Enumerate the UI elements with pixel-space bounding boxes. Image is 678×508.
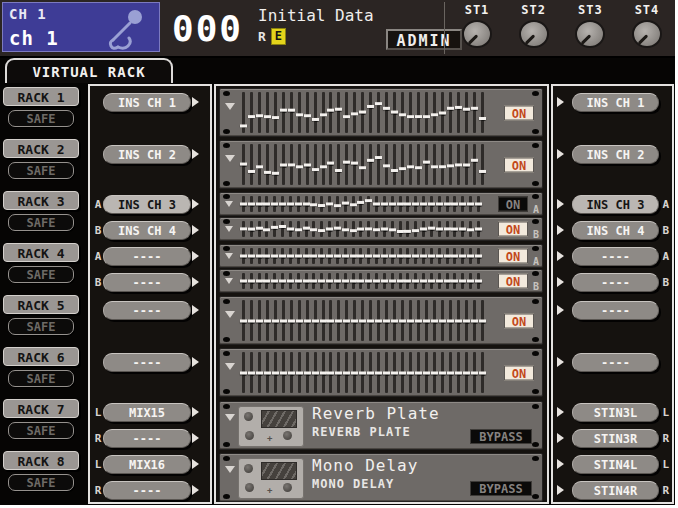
st1-knob[interactable] (462, 20, 492, 48)
selected-channel-box[interactable]: CH 1 ch 1 (2, 2, 160, 52)
rack-label-button[interactable]: RACK 1 (3, 87, 79, 106)
input-patch-button-6[interactable]: ---- (103, 353, 191, 372)
st3-knob[interactable] (575, 20, 605, 48)
input-patch-button-2[interactable]: INS CH 2 (103, 145, 191, 164)
rack-label-button[interactable]: RACK 2 (3, 139, 79, 158)
geq-fader-cap (264, 371, 271, 374)
geq-band-slot (297, 273, 300, 289)
output-patch-button-7[interactable]: STIN3L (572, 403, 659, 422)
output-patch-button-3[interactable]: INS CH 3 (572, 195, 659, 214)
geq-on-button[interactable]: ON (498, 274, 528, 289)
rack-label-button[interactable]: RACK 3 (3, 191, 79, 210)
output-patch-button-1[interactable]: INS CH 1 (572, 93, 659, 112)
geq-band-slot (461, 221, 464, 237)
rack-label-button[interactable]: RACK 7 (3, 399, 79, 418)
geq-band-slot (409, 300, 412, 341)
input-patch-button-3[interactable]: INS CH 3 (103, 195, 191, 214)
open-unit-arrow-icon[interactable] (225, 278, 233, 284)
open-unit-arrow-icon[interactable] (225, 253, 233, 259)
geq-fader-cap (351, 319, 358, 322)
geq-on-button[interactable]: ON (504, 157, 534, 172)
st1-label: ST1 (452, 3, 502, 17)
geq-unit[interactable]: ON (219, 140, 543, 189)
geq-unit[interactable]: ON (219, 296, 543, 345)
safe-button[interactable]: SAFE (8, 110, 74, 127)
geq-fader-strip (242, 248, 480, 264)
geq-unit-half[interactable]: ONA (219, 192, 543, 216)
effect-bypass-button[interactable]: BYPASS (470, 481, 532, 496)
rack-label-button[interactable]: RACK 6 (3, 347, 79, 366)
effect-unit[interactable]: +Reverb PlateREVERB PLATEBYPASS (219, 401, 543, 450)
input-patch-button-4[interactable]: ---- (103, 273, 191, 292)
tab-virtual-rack[interactable]: VIRTUAL RACK (5, 58, 173, 83)
output-patch-button-3[interactable]: INS CH 4 (572, 221, 659, 240)
safe-button[interactable]: SAFE (8, 162, 74, 179)
input-patch-button-3[interactable]: INS CH 4 (103, 221, 191, 240)
safe-button[interactable]: SAFE (8, 266, 74, 283)
st3-label: ST3 (565, 3, 615, 17)
input-patch-button-8[interactable]: MIX16 (103, 455, 191, 474)
geq-band-slot (457, 300, 460, 341)
screw-icon (223, 337, 230, 342)
st2-knob[interactable] (519, 20, 549, 48)
output-patch-button-8[interactable]: STIN4R (572, 481, 659, 500)
geq-on-button[interactable]: ON (498, 197, 528, 212)
effect-unit[interactable]: +Mono DelayMONO DELAYBYPASS (219, 453, 543, 502)
input-patch-button-7[interactable]: MIX15 (103, 403, 191, 422)
safe-button[interactable]: SAFE (8, 422, 74, 439)
rack-label-button[interactable]: RACK 5 (3, 295, 79, 314)
open-unit-arrow-icon[interactable] (225, 414, 235, 421)
geq-on-button[interactable]: ON (504, 105, 534, 120)
output-patch-button-4[interactable]: ---- (572, 273, 659, 292)
safe-button[interactable]: SAFE (8, 318, 74, 335)
input-patch-button-5[interactable]: ---- (103, 301, 191, 320)
geq-on-button[interactable]: ON (498, 222, 528, 237)
geq-fader-cap (240, 371, 247, 374)
input-patch-button-8[interactable]: ---- (103, 481, 191, 500)
rack-label-button[interactable]: RACK 8 (3, 451, 79, 470)
output-patch-slot: STIN4LLSTIN4RR (553, 450, 672, 502)
open-unit-arrow-icon[interactable] (225, 466, 235, 473)
open-unit-arrow-icon[interactable] (225, 363, 235, 370)
geq-fader-strip (242, 352, 484, 393)
geq-fader-cap (415, 166, 422, 169)
input-patch-button-7[interactable]: ---- (103, 429, 191, 448)
geq-unit-half[interactable]: ONA (219, 244, 543, 268)
output-patch-button-7[interactable]: STIN3R (572, 429, 659, 448)
output-patch-button-5[interactable]: ---- (572, 301, 659, 320)
safe-button[interactable]: SAFE (8, 474, 74, 491)
effect-bypass-button[interactable]: BYPASS (470, 429, 532, 444)
user-button[interactable]: ADMIN (386, 29, 462, 50)
geq-unit[interactable]: ON (219, 88, 543, 137)
geq-fader-cap (420, 280, 427, 283)
open-unit-arrow-icon[interactable] (225, 103, 235, 110)
geq-on-button[interactable]: ON (504, 365, 534, 380)
output-patch-button-6[interactable]: ---- (572, 353, 659, 372)
tab-row: VIRTUAL RACK (0, 58, 675, 84)
geq-fader-cap (428, 227, 435, 230)
open-unit-arrow-icon[interactable] (225, 201, 233, 207)
geq-unit-half[interactable]: ONB (219, 217, 543, 241)
geq-band-slot (344, 248, 347, 264)
geq-fader-cap (475, 203, 482, 206)
input-patch-button-1[interactable]: INS CH 1 (103, 93, 191, 112)
rack-label-button[interactable]: RACK 4 (3, 243, 79, 262)
effect-plus-icon: + (267, 485, 272, 495)
geq-unit-half[interactable]: ONB (219, 269, 543, 293)
geq-fader-cap (407, 165, 414, 168)
open-unit-arrow-icon[interactable] (225, 226, 233, 232)
output-patch-button-4[interactable]: ---- (572, 247, 659, 266)
open-unit-arrow-icon[interactable] (225, 311, 235, 318)
safe-button[interactable]: SAFE (8, 214, 74, 231)
geq-on-button[interactable]: ON (498, 249, 528, 264)
input-patch-button-4[interactable]: ---- (103, 247, 191, 266)
geq-unit[interactable]: ON (219, 348, 543, 397)
output-patch-button-2[interactable]: INS CH 2 (572, 145, 659, 164)
geq-band-slot (353, 92, 356, 133)
st4-knob[interactable] (632, 20, 662, 48)
open-unit-arrow-icon[interactable] (225, 155, 235, 162)
output-patch-button-8[interactable]: STIN4L (572, 455, 659, 474)
geq-fader-cap (436, 255, 443, 258)
geq-on-button[interactable]: ON (504, 313, 534, 328)
safe-button[interactable]: SAFE (8, 370, 74, 387)
